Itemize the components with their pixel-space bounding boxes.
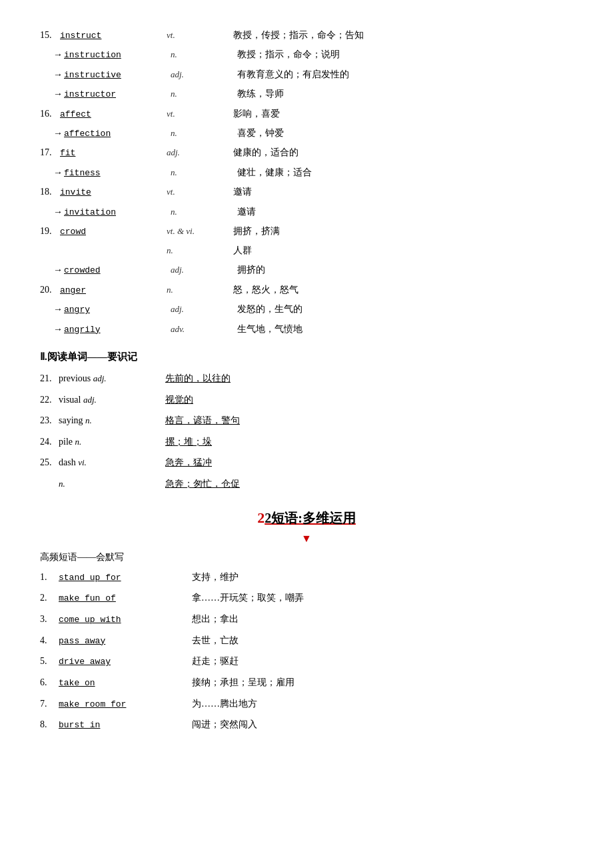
sub-word-invitation: invitation <box>64 205 171 220</box>
sub-pos-instructive: adj. <box>171 67 237 82</box>
sub-entry-instruction: → instruction n. 教授；指示，命令；说明 <box>40 46 573 63</box>
read-pos-24: n. <box>75 437 82 447</box>
vocab-entry-15: 15. instruct vt. 教授，传授；指示，命令；告知 <box>40 27 573 43</box>
entry-word-19: crowd <box>60 224 167 239</box>
entry-pos-17: adj. <box>167 145 233 160</box>
vocab-entry-19b: n. 人群 <box>40 242 573 259</box>
read-entry-25b: n. 急奔；匆忙，仓促 <box>40 475 573 493</box>
sub-pos-instruction: n. <box>171 47 237 62</box>
entry-def-19b: 人群 <box>233 242 573 259</box>
vocab-entry-17: 17. fit adj. 健康的，适合的 <box>40 144 573 161</box>
entry-def-17: 健康的，适合的 <box>233 144 573 161</box>
entry-def-19: 拥挤，挤满 <box>233 223 573 239</box>
phrase-number-4: 4. <box>40 632 59 650</box>
sub-entry-angry: → angry adj. 发怒的，生气的 <box>40 301 573 317</box>
vocab-entry-20: 20. anger n. 怒，怒火，怒气 <box>40 281 573 298</box>
arrow-icon: → <box>53 85 63 102</box>
read-def-22: 视觉的 <box>165 391 573 409</box>
phrase-word-8: burst in <box>59 717 192 734</box>
phrase-def-8: 闯进；突然闯入 <box>192 716 573 734</box>
phrases-list: 1. stand up for 支持，维护 2. make fun of 拿……… <box>40 569 573 735</box>
read-number-24: 24. <box>40 433 59 451</box>
sub-entry-invitation: → invitation n. 邀请 <box>40 203 573 220</box>
sub-entry-instructive: → instructive adj. 有教育意义的；有启发性的 <box>40 66 573 83</box>
phrase-def-7: 为……腾出地方 <box>192 695 573 713</box>
entry-word-16: affect <box>60 107 167 122</box>
entry-number-16: 16. <box>40 105 60 122</box>
read-word-22: visual adj. <box>59 391 165 409</box>
entry-pos-19: vt. & vi. <box>167 223 233 239</box>
entry-pos-15: vt. <box>167 27 233 43</box>
phrase-def-6: 接纳；承担；呈现；雇用 <box>192 674 573 692</box>
read-def-25b: 急奔；匆忙，仓促 <box>165 475 573 493</box>
phrase-number-3: 3. <box>40 611 59 629</box>
entry-pos-20: n. <box>167 282 233 297</box>
sub-pos-crowded: adj. <box>171 262 237 277</box>
entry-def-18: 邀请 <box>233 183 573 200</box>
read-number-25: 25. <box>40 454 59 472</box>
entry-pos-19b: n. <box>167 243 233 258</box>
read-pos-25: vi. <box>78 457 87 467</box>
entry-def-20: 怒，怒火，怒气 <box>233 281 573 298</box>
entry-word-20: anger <box>60 283 167 298</box>
vocab-entry-18: 18. invite vt. 邀请 <box>40 183 573 200</box>
sub-word-crowded: crowded <box>64 263 171 278</box>
read-def-21: 先前的，以往的 <box>165 370 573 388</box>
entry-def-16: 影响，喜爱 <box>233 105 573 122</box>
entry-word-17: fit <box>60 145 167 161</box>
arrow-icon: → <box>53 321 63 337</box>
entry-number-17: 17. <box>40 144 60 161</box>
entry-number-15: 15. <box>40 27 60 43</box>
sub-def-fitness: 健壮，健康；适合 <box>237 164 573 181</box>
phrase-word-3: come up with <box>59 612 192 629</box>
sub-pos-fitness: n. <box>171 165 237 180</box>
entry-number-20: 20. <box>40 281 60 298</box>
entry-def-15: 教授，传授；指示，命令；告知 <box>233 27 573 43</box>
vocab-entry-19: 19. crowd vt. & vi. 拥挤，挤满 <box>40 223 573 239</box>
sub-entry-fitness: → fitness n. 健壮，健康；适合 <box>40 164 573 181</box>
sub-word-instructive: instructive <box>64 67 171 83</box>
entry-number-19: 19. <box>40 223 60 239</box>
read-def-24: 摞；堆；垛 <box>165 433 573 451</box>
read-number-21: 21. <box>40 370 59 388</box>
sub-pos-angry: adj. <box>171 301 237 317</box>
read-pos-23: n. <box>85 415 92 425</box>
phrase-entry-1: 1. stand up for 支持，维护 <box>40 569 573 587</box>
arrow-icon: → <box>53 66 63 83</box>
phrase-entry-3: 3. come up with 想出；拿出 <box>40 611 573 629</box>
phrase-def-3: 想出；拿出 <box>192 611 573 629</box>
sub-entry-crowded: → crowded adj. 拥挤的 <box>40 261 573 278</box>
read-number-23: 23. <box>40 412 59 430</box>
sub-pos-instructor: n. <box>171 86 237 101</box>
phrase-number-5: 5. <box>40 653 59 671</box>
phrase-entry-5: 5. drive away 赶走；驱赶 <box>40 653 573 671</box>
read-pos-21: adj. <box>93 373 107 383</box>
phrase-word-4: pass away <box>59 633 192 650</box>
sub-pos-angrily: adv. <box>171 321 237 337</box>
entry-pos-18: vt. <box>167 184 233 199</box>
page-content: 15. instruct vt. 教授，传授；指示，命令；告知 → instru… <box>40 27 573 734</box>
vocab-section: 15. instruct vt. 教授，传授；指示，命令；告知 → instru… <box>40 27 573 337</box>
phrase-arrow-down: ▼ <box>40 533 573 545</box>
arrow-icon: → <box>53 164 63 181</box>
phrase-word-2: make fun of <box>59 591 192 607</box>
sub-word-angry: angry <box>64 302 171 317</box>
phrase-entry-2: 2. make fun of 拿……开玩笑；取笑，嘲弄 <box>40 589 573 607</box>
read-entry-22: 22. visual adj. 视觉的 <box>40 391 573 409</box>
read-word-23: saying n. <box>59 412 165 430</box>
phrase-entry-6: 6. take on 接纳；承担；呈现；雇用 <box>40 674 573 692</box>
sub-def-instruction: 教授；指示，命令；说明 <box>237 46 573 63</box>
arrow-icon: → <box>53 301 63 317</box>
read-word-25: dash vi. <box>59 454 165 472</box>
arrow-icon: → <box>53 261 63 278</box>
phrase-entry-7: 7. make room for 为……腾出地方 <box>40 695 573 713</box>
phrase-number-6: 6. <box>40 674 59 692</box>
phrase-word-5: drive away <box>59 654 192 671</box>
entry-number-18: 18. <box>40 183 60 200</box>
vocab-entry-16: 16. affect vt. 影响，喜爱 <box>40 105 573 122</box>
phrase-section-label: 2短语:多维运用 <box>265 511 356 525</box>
phrase-def-4: 去世，亡故 <box>192 632 573 650</box>
phrase-section-number: 2 <box>257 509 265 526</box>
read-entry-23: 23. saying n. 格言，谚语，警句 <box>40 412 573 430</box>
sub-word-instructor: instructor <box>64 87 171 102</box>
